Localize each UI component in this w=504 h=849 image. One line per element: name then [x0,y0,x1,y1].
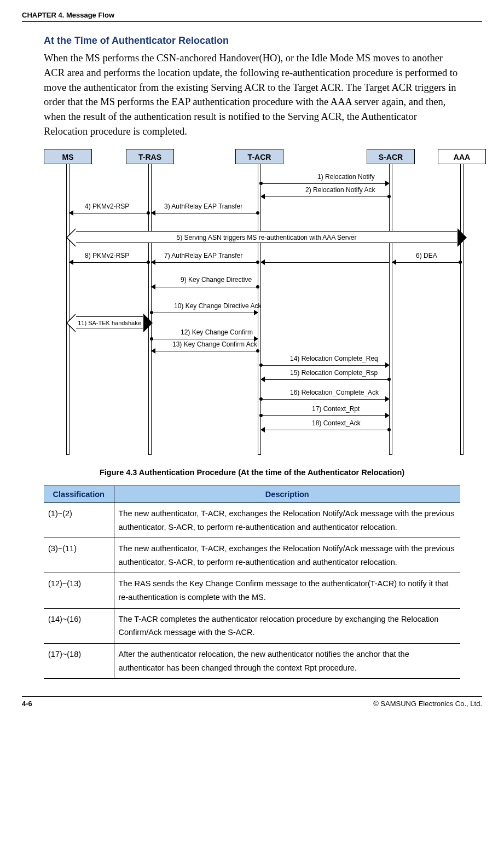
arrow-ctx-rpt [261,412,389,419]
arrow-authrelay-7 [152,258,258,266]
cell-desc: The new authenticator, T-ACR, exchanges … [114,503,460,538]
cell-class: (17)~(18) [44,644,114,679]
label-m17: 17) Context_Rpt [312,405,360,413]
cell-class: (1)~(2) [44,503,114,538]
label-m14: 14) Relocation Complete_Req [290,355,378,362]
arrow-kcd [152,283,258,291]
big-arrow-satek: 11) SA-TEK handshake [75,316,144,328]
page-footer: 4-6 © SAMSUNG Electronics Co., Ltd. [22,696,482,708]
th-description: Description [114,486,460,503]
table-row: (17)~(18) After the authenticator reloca… [44,644,460,679]
figure-caption: Figure 4.3 Authentication Procedure (At … [44,468,460,477]
label-m1: 1) Relocation Notify [317,173,375,181]
page-header: CHAPTER 4. Message Flow [22,11,482,22]
table-row: (14)~(16) The T-ACR completes the authen… [44,608,460,643]
label-m7: 7) AuthRelay EAP Transfer [164,252,242,259]
cell-class: (12)~(13) [44,573,114,608]
label-m16: 16) Relocation_Complete_Ack [290,389,379,396]
label-m4: 4) PKMv2-RSP [85,203,129,210]
label-m13: 13) Key Change Confirm Ack [172,340,257,348]
lifeline-ms [66,164,69,455]
label-m2: 2) Relocation Notify Ack [305,186,375,194]
cell-desc: After the authenticator relocation, the … [114,644,460,679]
lifeline-sacr [389,164,392,455]
arrow-rc-req [261,361,389,369]
arrow-kcc-ack [152,347,258,355]
node-tacr: T-ACR [235,149,283,164]
node-tras: T-RAS [126,149,174,164]
label-m18: 18) Context_Ack [312,419,361,427]
label-m9: 9) Key Change Directive [181,276,252,284]
arrow-reloc-notify-ack [261,193,389,200]
cell-desc: The new authenticator, T-ACR, exchanges … [114,538,460,573]
cell-class: (14)~(16) [44,608,114,643]
node-sacr: S-ACR [367,149,415,164]
lifeline-aaa [460,164,464,455]
sequence-diagram: MS T-RAS T-ACR S-ACR AAA 1) Relocation N… [44,149,460,458]
label-m8: 8) PKMv2-RSP [85,252,129,259]
th-classification: Classification [44,486,114,503]
page-number: 4-6 [22,700,32,708]
description-table: Classification Description (1)~(2) The n… [44,486,460,679]
arrow-dea-2 [261,258,389,266]
arrow-pkmv2-8 [69,258,148,266]
arrow-dea [392,258,460,266]
arrow-authrelay-3 [152,209,258,217]
table-row: (12)~(13) The RAS sends the Key Change C… [44,573,460,608]
label-m12: 12) Key Change Confirm [181,328,253,336]
node-aaa: AAA [438,149,486,164]
label-m15: 15) Relocation Complete_Rsp [290,369,378,377]
body-paragraph: When the MS performs the CSN-anchored Ha… [44,51,460,139]
big-arrow-reauth: 5) Serving ASN triggers MS re-authentica… [75,231,458,243]
cell-class: (3)~(11) [44,538,114,573]
arrow-ctx-ack [261,426,389,434]
table-row: (3)~(11) The new authenticator, T-ACR, e… [44,538,460,573]
section-title: At the Time of Authenticator Relocation [44,35,482,47]
arrow-rc-rsp [261,376,389,383]
label-m10: 10) Key Change Directive Ack [174,302,261,310]
copyright: © SAMSUNG Electronics Co., Ltd. [373,700,482,708]
label-m5: 5) Serving ASN triggers MS re-authentica… [177,234,357,241]
cell-desc: The RAS sends the Key Change Confirm mes… [114,573,460,608]
cell-desc: The T-ACR completes the authenticator re… [114,608,460,643]
node-ms: MS [44,149,92,164]
arrow-rc-ack [261,395,389,403]
arrow-pkmv2-4 [69,209,148,217]
table-row: (1)~(2) The new authenticator, T-ACR, ex… [44,503,460,538]
label-m3: 3) AuthRelay EAP Transfer [164,203,242,210]
label-m11: 11) SA-TEK handshake [78,320,141,326]
label-m6: 6) DEA [416,252,437,259]
arrow-kcd-ack [152,309,258,316]
